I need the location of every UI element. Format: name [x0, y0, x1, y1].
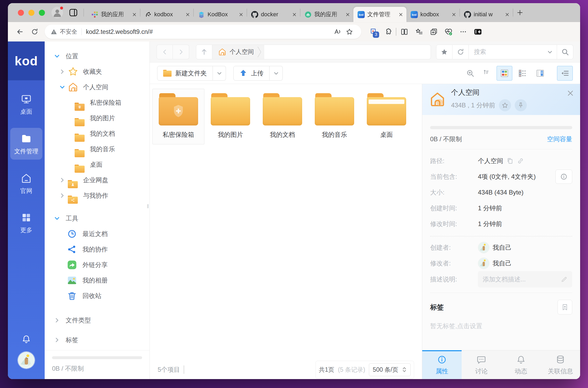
- tree-item-recycle-bin[interactable]: 回收站: [45, 288, 149, 303]
- zoom-icon[interactable]: [463, 66, 478, 81]
- new-folder-dropdown-caret[interactable]: [213, 66, 226, 81]
- refresh-button[interactable]: [452, 45, 469, 59]
- tree-section-tags[interactable]: 标签: [45, 332, 149, 348]
- tag-bookmark-icon[interactable]: [558, 300, 572, 314]
- tree-item-enterprise-disk[interactable]: 企业网盘: [45, 172, 149, 188]
- browser-tab-myapps-2[interactable]: 我的应用: [300, 7, 353, 22]
- view-column-button[interactable]: [532, 66, 548, 81]
- new-folder-button[interactable]: 新建文件夹: [157, 66, 213, 81]
- tree-section-tools[interactable]: 工具: [45, 211, 149, 226]
- new-tab-button[interactable]: [513, 6, 527, 19]
- upload-dropdown-caret[interactable]: [270, 66, 283, 81]
- detail-tab-properties[interactable]: 属性: [422, 350, 462, 379]
- collections-icon[interactable]: [427, 25, 440, 38]
- view-list-button[interactable]: [514, 66, 530, 81]
- go-up-button[interactable]: [196, 45, 212, 59]
- read-aloud-icon[interactable]: [331, 26, 343, 38]
- space-capacity-link[interactable]: 空间容量: [547, 135, 572, 143]
- browser-refresh-icon[interactable]: [28, 25, 42, 39]
- tree-item-shared-with-me[interactable]: 与我协作: [45, 188, 149, 203]
- copy-icon[interactable]: [506, 157, 514, 165]
- breadcrumb-item-personal-space[interactable]: 个人空间: [212, 45, 264, 59]
- view-grid-button[interactable]: [497, 66, 512, 81]
- close-window-button[interactable]: [18, 10, 24, 16]
- sort-icon[interactable]: [480, 66, 494, 81]
- tab-close-icon[interactable]: [291, 11, 298, 18]
- page-size-select[interactable]: 500 条/页: [369, 363, 411, 376]
- detail-panel-toggle-button[interactable]: [557, 66, 573, 81]
- tree-item-personal-space[interactable]: 个人空间: [45, 79, 149, 95]
- tags-empty-text[interactable]: 暂无标签,点击设置: [430, 322, 572, 330]
- tab-close-icon[interactable]: [397, 11, 404, 18]
- reading-list-icon[interactable]: 3: [367, 25, 380, 38]
- user-avatar[interactable]: [17, 351, 35, 369]
- site-security[interactable]: 不安全: [50, 28, 77, 36]
- notifications-bell-icon[interactable]: [22, 334, 31, 344]
- tree-item-my-collab[interactable]: 我的协作: [45, 242, 149, 257]
- description-field[interactable]: 添加文档描述...: [478, 271, 572, 287]
- favorite-star-icon[interactable]: [499, 99, 511, 111]
- close-panel-icon[interactable]: [567, 90, 574, 97]
- search-field[interactable]: [469, 45, 557, 59]
- tree-item-my-music[interactable]: 我的音乐: [45, 141, 149, 157]
- sidebar-resize-handle[interactable]: ‖: [147, 203, 149, 209]
- tab-overview-icon[interactable]: [68, 8, 78, 18]
- tree-item-recent-docs[interactable]: 最近文档: [45, 226, 149, 242]
- tree-section-location[interactable]: 位置: [45, 48, 149, 64]
- file-item-my-music[interactable]: 我的音乐: [308, 89, 360, 144]
- browser-essentials-icon[interactable]: [442, 25, 455, 38]
- browser-tab-kodbox-2[interactable]: kod kodbox: [406, 7, 460, 22]
- kod-logo[interactable]: kod: [8, 41, 45, 80]
- favorites-icon[interactable]: [412, 25, 426, 38]
- search-input[interactable]: [474, 48, 537, 55]
- minimize-window-button[interactable]: [28, 10, 34, 16]
- tab-close-icon[interactable]: [237, 11, 245, 18]
- upload-button[interactable]: 上传: [233, 66, 270, 81]
- tree-item-link-share[interactable]: 外链分享: [45, 257, 149, 272]
- favorite-star-icon[interactable]: [343, 26, 355, 38]
- link-icon[interactable]: [517, 157, 524, 165]
- file-item-safe-box[interactable]: 私密保险箱: [152, 89, 204, 144]
- settings-more-icon[interactable]: [457, 25, 470, 38]
- bookmark-current-button[interactable]: [436, 45, 452, 59]
- file-item-my-pictures[interactable]: 我的图片: [204, 89, 256, 144]
- browser-tab-kodbox-docs[interactable]: kodbox: [140, 7, 193, 22]
- tab-close-icon[interactable]: [344, 11, 351, 18]
- sidebar-toggle-icon[interactable]: [471, 25, 484, 38]
- tree-item-my-pictures[interactable]: 我的图片: [45, 110, 149, 126]
- tab-close-icon[interactable]: [184, 11, 191, 18]
- file-item-my-documents[interactable]: 我的文档: [256, 89, 308, 144]
- address-bar[interactable]: 不安全 kod2.test2.websoft9.cn/#: [45, 25, 361, 39]
- rail-item-more[interactable]: 更多: [10, 207, 42, 238]
- maximize-window-button[interactable]: [39, 10, 45, 16]
- detail-tab-related-info[interactable]: 关联信息: [541, 350, 580, 379]
- detail-tab-activity[interactable]: 动态: [501, 350, 541, 379]
- browser-tab-kodbox-site[interactable]: KodBox: [194, 7, 247, 22]
- browser-tab-myapps[interactable]: 我的应用: [87, 7, 140, 22]
- profile-avatar[interactable]: [51, 7, 63, 18]
- search-dropdown-caret-icon[interactable]: [547, 49, 553, 55]
- edit-pencil-icon[interactable]: [561, 276, 568, 283]
- tree-item-favorites[interactable]: 收藏夹: [45, 64, 149, 79]
- browser-tab-docker[interactable]: docker: [247, 7, 300, 22]
- tree-item-safe-box[interactable]: 私密保险箱: [45, 95, 149, 110]
- pin-icon[interactable]: [515, 99, 527, 111]
- history-forward-button[interactable]: [173, 45, 189, 59]
- rail-item-desktop[interactable]: 桌面: [10, 88, 42, 120]
- tab-close-icon[interactable]: [503, 11, 511, 18]
- file-item-desktop[interactable]: 桌面: [360, 89, 412, 144]
- split-screen-icon[interactable]: [398, 25, 411, 38]
- tab-close-icon[interactable]: [131, 11, 138, 18]
- browser-back-icon[interactable]: [13, 25, 27, 39]
- browser-tab-initial[interactable]: initial w: [460, 7, 513, 22]
- tree-item-desktop[interactable]: 桌面: [45, 157, 149, 172]
- history-back-button[interactable]: [157, 45, 173, 59]
- tab-close-icon[interactable]: [450, 11, 457, 18]
- extensions-puzzle-icon[interactable]: [381, 25, 394, 38]
- rail-item-official-site[interactable]: 官网: [10, 167, 42, 199]
- detail-tab-discussion[interactable]: 讨论: [462, 350, 501, 379]
- info-button[interactable]: [555, 170, 572, 184]
- url-text[interactable]: kod2.test2.websoft9.cn/#: [86, 28, 331, 35]
- search-button[interactable]: [557, 45, 573, 59]
- tree-section-filetypes[interactable]: 文件类型: [45, 312, 149, 328]
